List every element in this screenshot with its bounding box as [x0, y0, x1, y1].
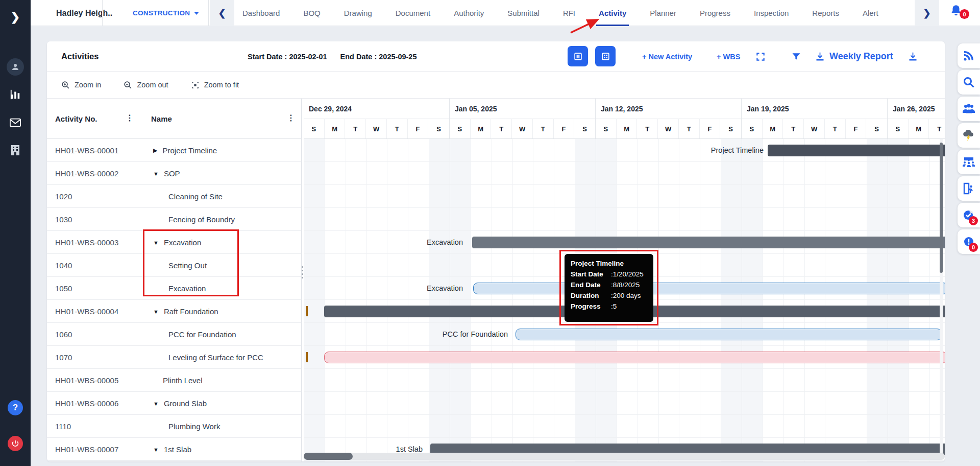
activity-name-label: Leveling of Surface for PCC — [168, 353, 263, 362]
table-row[interactable]: HH01-WBS-00001▶Project Timeline — [47, 139, 302, 162]
table-row[interactable]: HH01-WBS-00003▼Excavation — [47, 231, 302, 254]
table-row[interactable]: HH01-WBS-00002▼SOP — [47, 162, 302, 185]
building-icon — [10, 145, 20, 156]
week-label: Jan 05, 2025 — [450, 99, 595, 119]
quick-panel-site-exit[interactable] — [958, 176, 980, 201]
column-menu-icon[interactable]: ⋮ — [287, 113, 295, 123]
start-date: Start Date : 2025-02-01 — [248, 53, 327, 61]
new-activity-button[interactable]: + New Activity — [642, 41, 692, 72]
wbs-summary-bar[interactable] — [768, 145, 945, 156]
project-name[interactable]: Hadley Heigh.. — [56, 0, 112, 26]
sidebar-expand-icon[interactable]: ❯ — [0, 9, 31, 26]
table-row[interactable]: 1040Setting Out — [47, 254, 302, 277]
zoom-in-button[interactable]: Zoom in — [61, 81, 101, 89]
bar-label: Excavation — [427, 237, 463, 248]
tab-drawing[interactable]: Drawing — [332, 0, 384, 26]
table-row[interactable]: HH01-WBS-00005Plinth Level — [47, 369, 302, 392]
notification-badge: 0 — [960, 9, 969, 19]
gantt-row — [304, 162, 945, 185]
sidebar-item-logout[interactable] — [0, 436, 31, 451]
table-row[interactable]: HH01-WBS-00007▼1st Slab — [47, 438, 302, 461]
quick-panel-storm[interactable] — [958, 123, 980, 148]
baseline-tick — [306, 352, 308, 362]
day-header-cell: T — [929, 119, 945, 139]
quick-panel-approvals[interactable]: 3 — [958, 203, 980, 227]
zoom-out-button[interactable]: Zoom out — [124, 81, 168, 89]
activity-bar[interactable] — [516, 329, 942, 340]
table-row[interactable]: 1050Excavation — [47, 277, 302, 300]
activity-no: 1030 — [55, 208, 72, 231]
quick-panel-search[interactable] — [958, 70, 980, 95]
profile-avatar[interactable] — [0, 58, 31, 76]
filter-button[interactable] — [791, 41, 801, 72]
weekly-report-button[interactable]: Weekly Report — [815, 41, 893, 72]
table-row[interactable]: 1030Fencing of Boundry — [47, 208, 302, 231]
tab-authority[interactable]: Authority — [442, 0, 496, 26]
collapse-icon[interactable]: ▼ — [153, 240, 159, 246]
collapse-icon[interactable]: ▼ — [153, 447, 159, 453]
tab-submittal[interactable]: Submittal — [496, 0, 551, 26]
expand-icon[interactable]: ▶ — [153, 147, 157, 154]
download-report-button[interactable] — [908, 41, 918, 72]
column-header-name[interactable]: Name — [151, 99, 172, 139]
table-row[interactable]: 1060PCC for Foundation — [47, 323, 302, 346]
collapse-icon[interactable]: ▼ — [153, 171, 159, 177]
tooltip-label: Start Date — [571, 269, 611, 279]
table-row[interactable]: HH01-WBS-00006▼Ground Slab — [47, 392, 302, 415]
tabs-scroll-right-button[interactable]: ❯ — [915, 0, 939, 26]
quick-panel-team[interactable] — [958, 97, 980, 121]
scrollbar-thumb[interactable] — [304, 453, 353, 460]
tab-inspection[interactable]: Inspection — [742, 0, 800, 26]
gantt-horizontal-scrollbar[interactable] — [304, 453, 945, 460]
activity-table-body: HH01-WBS-00001▶Project TimelineHH01-WBS-… — [47, 139, 302, 461]
table-row[interactable]: 1070Leveling of Surface for PCC — [47, 346, 302, 369]
scrollbar-thumb[interactable] — [940, 143, 943, 273]
gantt-view-button[interactable] — [568, 46, 588, 66]
sidebar-item-mail[interactable] — [0, 115, 31, 130]
new-wbs-button[interactable]: + WBS — [717, 41, 740, 72]
tab-document[interactable]: Document — [384, 0, 442, 26]
tab-boq[interactable]: BOQ — [291, 0, 332, 26]
day-header-cell: T — [637, 119, 658, 139]
tabs-scroll-left-button[interactable]: ❮ — [210, 0, 234, 26]
activity-no: HH01-WBS-00001 — [55, 139, 118, 162]
column-header-activity-no[interactable]: Activity No. — [55, 99, 97, 139]
tab-dashboard[interactable]: Dashboard — [231, 0, 291, 26]
activity-bar[interactable] — [473, 283, 945, 294]
tab-activity[interactable]: Activity — [587, 0, 638, 26]
divider — [208, 0, 209, 26]
table-row[interactable]: 1110Plumbing Work — [47, 415, 302, 438]
collapse-icon[interactable]: ▼ — [153, 401, 159, 407]
table-view-button[interactable] — [595, 46, 616, 66]
zoom-to-fit-button[interactable]: Zoom to fit — [191, 81, 239, 89]
column-menu-icon[interactable]: ⋮ — [126, 113, 134, 123]
sidebar-item-organization[interactable] — [0, 143, 31, 158]
table-gantt-splitter[interactable] — [299, 266, 305, 278]
tab-planner[interactable]: Planner — [638, 0, 688, 26]
tab-alert[interactable]: Alert — [851, 0, 890, 26]
sidebar-item-stats[interactable] — [0, 87, 31, 102]
quick-panel-meeting[interactable] — [958, 150, 980, 174]
table-row[interactable]: HH01-WBS-00004▼Raft Foundation — [47, 300, 302, 323]
tab-reports[interactable]: Reports — [800, 0, 851, 26]
day-header-cell: T — [783, 119, 804, 139]
collapse-icon[interactable]: ▼ — [153, 309, 159, 315]
quick-panel-rss[interactable] — [958, 43, 980, 68]
activity-bar[interactable] — [324, 352, 945, 363]
day-header-cell: S — [596, 119, 617, 139]
wbs-summary-bar[interactable] — [472, 237, 945, 248]
fullscreen-button[interactable] — [755, 41, 766, 72]
tooltip-value: :200 days — [611, 290, 641, 301]
sidebar-item-help[interactable]: ? — [0, 400, 31, 415]
tab-progress[interactable]: Progress — [688, 0, 742, 26]
gantt-row — [304, 415, 945, 438]
day-header-cell: W — [366, 119, 387, 139]
notifications-button[interactable]: 0 — [949, 4, 980, 25]
quick-panel-alerts[interactable]: 0 — [958, 229, 980, 254]
table-row[interactable]: 1020Cleaning of Site — [47, 185, 302, 208]
tab-rfi[interactable]: RFI — [551, 0, 587, 26]
module-selector[interactable]: CONSTRUCTION — [133, 0, 199, 26]
activity-name-label: Cleaning of Site — [168, 192, 223, 201]
gantt-vertical-scrollbar[interactable] — [940, 139, 943, 453]
gantt-timeline-header: Dec 29, 2024SMTWTFSJan 05, 2025SMTWTFSJa… — [304, 99, 945, 139]
